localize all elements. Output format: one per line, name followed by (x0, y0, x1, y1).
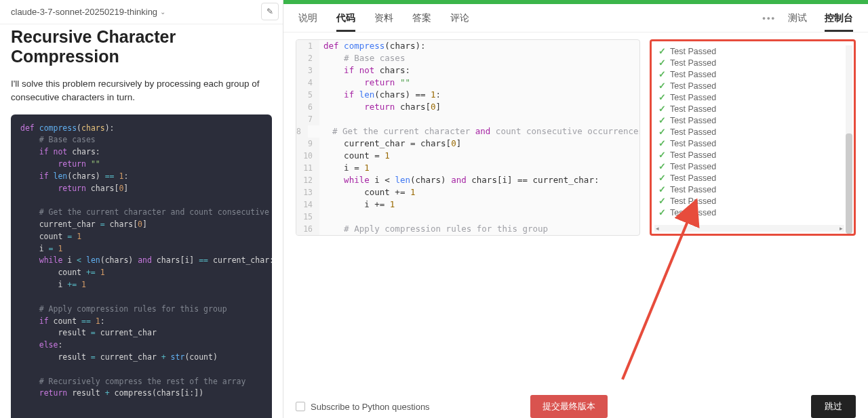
check-icon: ✓ (658, 115, 666, 125)
test-pass-row: ✓Test Passed (658, 195, 848, 207)
check-icon: ✓ (658, 92, 666, 102)
submit-button[interactable]: 提交最终版本 (530, 395, 608, 418)
check-icon: ✓ (658, 207, 666, 217)
check-icon: ✓ (658, 196, 666, 206)
test-pass-row: ✓Test Passed (658, 103, 848, 114)
check-icon: ✓ (658, 138, 666, 148)
check-icon: ✓ (658, 150, 666, 160)
code-editor[interactable]: 1def compress(chars):2 # Base cases3 if … (296, 39, 640, 236)
test-pass-row: ✓Test Passed (658, 45, 848, 57)
scrollbar-horizontal[interactable]: ◂▸ (654, 225, 844, 232)
tab-测试[interactable]: 测试 (788, 5, 807, 31)
tab-说明[interactable]: 说明 (298, 5, 317, 31)
test-results-panel: ✓Test Passed✓Test Passed✓Test Passed✓Tes… (650, 39, 856, 236)
test-pass-row: ✓Test Passed (658, 184, 848, 195)
footer-row: Subscribe to Python questions 提交最终版本 跳过 (283, 388, 868, 418)
test-pass-row: ✓Test Passed (658, 80, 848, 91)
test-pass-row: ✓Test Passed (658, 161, 848, 172)
test-pass-row: ✓Test Passed (658, 138, 848, 149)
test-pass-row: ✓Test Passed (658, 126, 848, 138)
check-icon: ✓ (658, 184, 666, 194)
check-icon: ✓ (658, 46, 666, 56)
tab-答案[interactable]: 答案 (412, 5, 431, 31)
test-pass-row: ✓Test Passed (658, 207, 848, 218)
tab-bar: 说明代码资料答案评论 ••• 测试控制台 (283, 4, 868, 33)
test-pass-row: ✓Test Passed (658, 149, 848, 161)
model-name: claude-3-7-sonnet-20250219-thinking (11, 7, 157, 17)
edit-icon[interactable]: ✎ (261, 3, 279, 20)
check-icon: ✓ (658, 127, 666, 137)
test-pass-row: ✓Test Passed (658, 172, 848, 184)
tab-控制台[interactable]: 控制台 (825, 5, 853, 31)
check-icon: ✓ (658, 161, 666, 171)
check-icon: ✓ (658, 173, 666, 183)
test-pass-row: ✓Test Passed (658, 114, 848, 126)
test-pass-row: ✓Test Passed (658, 68, 848, 80)
model-selector[interactable]: claude-3-7-sonnet-20250219-thinking ⌄ ✎ (0, 0, 283, 24)
check-icon: ✓ (658, 104, 666, 114)
skip-button[interactable]: 跳过 (811, 395, 856, 418)
check-icon: ✓ (658, 58, 666, 68)
check-icon: ✓ (658, 81, 666, 91)
check-icon: ✓ (658, 69, 666, 79)
article-lead: I'll solve this problem recursively by p… (11, 77, 272, 105)
test-pass-row: ✓Test Passed (658, 57, 848, 68)
article-title: Recursive Character Compression (11, 27, 272, 66)
subscribe-label: Subscribe to Python questions (311, 402, 430, 412)
scrollbar-vertical[interactable] (846, 45, 852, 220)
tab-评论[interactable]: 评论 (450, 5, 469, 31)
workspace-panel: 说明代码资料答案评论 ••• 测试控制台 1def compress(chars… (283, 0, 868, 418)
subscribe-checkbox[interactable] (296, 402, 305, 411)
test-pass-row: ✓Test Passed (658, 91, 848, 103)
tab-资料[interactable]: 资料 (374, 5, 393, 31)
more-icon[interactable]: ••• (762, 13, 776, 23)
tab-代码[interactable]: 代码 (336, 5, 355, 31)
code-block: def compress(chars): # Base cases if not… (11, 114, 272, 419)
assistant-panel: claude-3-7-sonnet-20250219-thinking ⌄ ✎ … (0, 0, 283, 418)
chevron-down-icon: ⌄ (160, 8, 165, 16)
